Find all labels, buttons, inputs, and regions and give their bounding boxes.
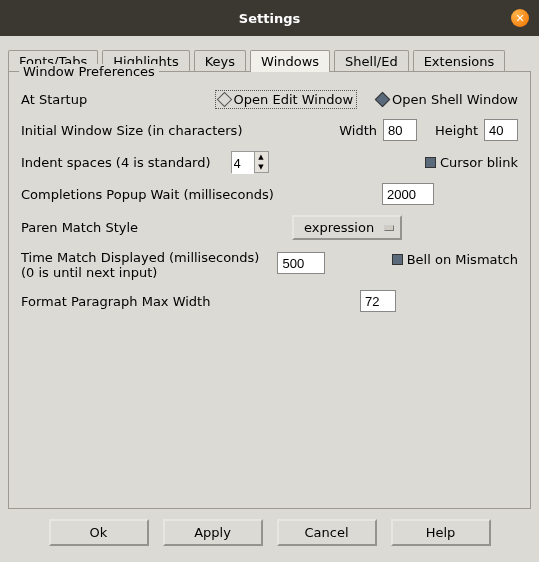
window-title: Settings	[239, 11, 300, 26]
initial-size-label: Initial Window Size (in characters)	[21, 123, 242, 138]
format-width-label: Format Paragraph Max Width	[21, 294, 210, 309]
ok-button[interactable]: Ok	[49, 519, 149, 546]
open-edit-window-radio[interactable]: Open Edit Window	[215, 90, 357, 109]
indent-label: Indent spaces (4 is standard)	[21, 155, 211, 170]
window-preferences-group: Window Preferences At Startup Open Edit …	[8, 71, 531, 509]
open-shell-window-radio[interactable]: Open Shell Window	[377, 92, 518, 107]
tab-keys[interactable]: Keys	[194, 50, 246, 72]
tab-shelled[interactable]: Shell/Ed	[334, 50, 409, 72]
checkbox-icon	[392, 254, 403, 265]
option-grip-icon	[384, 225, 394, 231]
tab-windows[interactable]: Windows	[250, 50, 330, 72]
completions-wait-input[interactable]	[382, 183, 434, 205]
width-input[interactable]	[383, 119, 417, 141]
titlebar: Settings ✕	[0, 0, 539, 36]
paren-style-label: Paren Match Style	[21, 220, 138, 235]
startup-label: At Startup	[21, 92, 87, 107]
dialog-buttons: Ok Apply Cancel Help	[8, 519, 531, 546]
cancel-button[interactable]: Cancel	[277, 519, 377, 546]
diamond-icon	[216, 92, 232, 108]
tab-extensions[interactable]: Extensions	[413, 50, 506, 72]
bell-on-mismatch-checkbox[interactable]: Bell on Mismatch	[392, 252, 518, 267]
indent-spaces-input[interactable]	[232, 152, 254, 174]
width-label: Width	[339, 123, 377, 138]
paren-style-select[interactable]: expression	[292, 215, 402, 240]
time-match-label: Time Match Displayed (milliseconds)	[21, 250, 259, 265]
cursor-blink-checkbox[interactable]: Cursor blink	[425, 155, 518, 170]
height-label: Height	[435, 123, 478, 138]
help-button[interactable]: Help	[391, 519, 491, 546]
spinner-arrows-icon[interactable]: ▲▼	[254, 152, 268, 172]
time-match-sub: (0 is until next input)	[21, 265, 259, 280]
height-input[interactable]	[484, 119, 518, 141]
format-width-input[interactable]	[360, 290, 396, 312]
content-area: Fonts/Tabs Highlights Keys Windows Shell…	[0, 36, 539, 554]
checkbox-icon	[425, 157, 436, 168]
apply-button[interactable]: Apply	[163, 519, 263, 546]
indent-spaces-spinner[interactable]: ▲▼	[231, 151, 269, 173]
diamond-icon	[375, 92, 391, 108]
close-icon[interactable]: ✕	[511, 9, 529, 27]
completions-label: Completions Popup Wait (milliseconds)	[21, 187, 274, 202]
time-match-input[interactable]	[277, 252, 325, 274]
group-title: Window Preferences	[19, 64, 159, 79]
